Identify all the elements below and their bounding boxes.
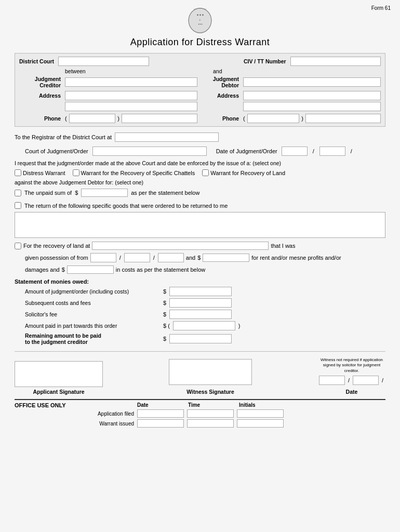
slash3: / <box>119 255 121 261</box>
office-warrant-issued-row: Warrant issued <box>82 419 385 428</box>
registrar-input[interactable] <box>115 132 219 142</box>
svg-text:✦✦✦: ✦✦✦ <box>198 23 203 25</box>
land-row3: damages and $ in costs as per the statem… <box>15 264 385 275</box>
applicant-sig-label: Applicant Signature <box>15 389 103 395</box>
court-label: Court of Judgment/Order <box>25 148 88 154</box>
judgment-debtor-input[interactable] <box>243 77 381 87</box>
recovery-chattels-checkbox[interactable] <box>73 169 79 176</box>
statement-input-3[interactable] <box>169 310 232 319</box>
svg-text:✦✦✦: ✦✦✦ <box>196 14 204 17</box>
statement-label-2: Subsequent costs and fees <box>25 300 160 306</box>
between-label: between <box>19 68 197 74</box>
damages-text: damages and <box>25 267 60 273</box>
court-input[interactable] <box>92 147 207 156</box>
judgment-date-input1[interactable] <box>282 147 308 156</box>
slash4: / <box>153 255 155 261</box>
phone-paren-close-left: ) <box>117 115 119 122</box>
warrant-issued-date[interactable] <box>137 419 184 428</box>
civ-tt-label: CIV / TT Number <box>244 58 286 64</box>
unpaid-sum-after: as per the statement below <box>131 190 199 196</box>
return-goods-section: The return of the following specific goo… <box>15 201 385 238</box>
statement-input-4[interactable] <box>173 321 235 330</box>
recovery-chattels-option: Warrant for the Recovery of Specific Cha… <box>73 169 195 176</box>
address-right-label: Address <box>203 92 241 99</box>
request-text: I request that the judgment/order made a… <box>15 158 385 168</box>
debtor-address-input[interactable] <box>243 91 381 100</box>
creditor-phone-area[interactable] <box>69 114 116 123</box>
currency2: $ <box>197 255 201 261</box>
recovery-land-checkbox[interactable] <box>202 169 209 176</box>
return-goods-checkbox[interactable] <box>15 202 21 209</box>
recovery-land-label: Warrant for Recovery of Land <box>210 170 285 176</box>
damages-input[interactable] <box>67 265 114 274</box>
unpaid-sum-input[interactable] <box>81 189 128 197</box>
judgment-date-input2[interactable] <box>319 147 345 156</box>
land-row1: For the recovery of land at that I was <box>15 240 385 251</box>
possession-date3[interactable] <box>158 253 184 262</box>
judgment-debtor-label: JudgmentDebtor <box>203 76 241 88</box>
distress-warrant-option: Distress Warrant <box>15 169 65 176</box>
witness-block: Witness Signature <box>107 355 314 395</box>
statement-input-2[interactable] <box>169 298 232 308</box>
and-text: and <box>186 255 195 261</box>
creditor-address-input2[interactable] <box>65 102 197 111</box>
statement-row-4: Amount paid in part towards this order $… <box>15 321 385 330</box>
warrant-issued-time[interactable] <box>187 419 234 428</box>
witness-note: Witness not required if application sign… <box>318 357 385 374</box>
civ-tt-input[interactable] <box>290 57 381 66</box>
top-info-section: District Court CIV / TT Number between J… <box>15 53 385 127</box>
land-address-input[interactable] <box>92 242 269 250</box>
rent-amount-input[interactable] <box>203 254 249 262</box>
statement-prefix-1: $ <box>163 288 166 295</box>
creditor-phone-number[interactable] <box>122 114 197 123</box>
registrar-text: To the Registrar of the District Court a… <box>15 134 112 140</box>
registrar-row: To the Registrar of the District Court a… <box>15 130 385 144</box>
debtor-phone-number[interactable] <box>305 114 381 123</box>
creditor-address-input[interactable] <box>65 91 197 100</box>
date-block: Witness not required if application sign… <box>318 357 385 395</box>
statement-row-1: Amount of judgment/order (including cost… <box>15 287 385 296</box>
against-select-one: (select one) <box>115 179 143 185</box>
against-main-text: against the above Judgement Debtor for: <box>15 179 113 185</box>
rent-text: for rent and/or mesne profits and/or <box>251 255 341 261</box>
unpaid-currency: $ <box>75 190 78 196</box>
sig-date-input2[interactable] <box>353 376 379 385</box>
distress-warrant-checkbox[interactable] <box>15 169 21 176</box>
phone-right-label: Phone <box>203 115 241 122</box>
possession-date1[interactable] <box>90 253 116 262</box>
office-app-filed-row: Application filed <box>82 409 385 418</box>
app-filed-time[interactable] <box>187 409 234 418</box>
goods-textarea[interactable] <box>15 212 385 238</box>
statement-row-3: Solicitor's fee $ <box>15 310 385 319</box>
warrant-issued-initials[interactable] <box>237 419 284 428</box>
app-filed-date[interactable] <box>137 409 184 418</box>
sig-date-input1[interactable] <box>319 376 345 385</box>
warrant-issued-label: Warrant issued <box>82 421 134 427</box>
unpaid-sum-checkbox[interactable] <box>15 190 21 196</box>
court-date-row: Court of Judgment/Order Date of Judgment… <box>15 144 385 158</box>
page: Form 61 ✦✦✦ ⚜ ✦✦✦ Application for Distre… <box>0 0 400 532</box>
remaining-label: Remaining amount to be paidto the judgme… <box>25 332 160 345</box>
date-sig-row: / / <box>319 376 384 385</box>
return-goods-row: The return of the following specific goo… <box>15 201 385 210</box>
district-court-input[interactable] <box>58 57 149 66</box>
applicant-sig-block: Applicant Signature <box>15 361 103 395</box>
close-paren: ) <box>238 323 241 329</box>
applicant-sig-box[interactable] <box>15 361 103 387</box>
remaining-input[interactable] <box>169 334 232 343</box>
possession-date2[interactable] <box>124 253 150 262</box>
witness-sig-label: Witness Signature <box>186 389 234 395</box>
debtor-phone-area[interactable] <box>247 114 300 123</box>
office-time-col: Time <box>188 402 235 408</box>
statement-title: Statement of monies owed: <box>15 278 385 285</box>
phone-paren-open-right: ( <box>243 115 245 122</box>
against-text: against the above Judgement Debtor for: … <box>15 178 385 187</box>
debtor-address-input2[interactable] <box>243 102 381 111</box>
land-checkbox[interactable] <box>15 243 21 249</box>
form-number: Form 61 <box>371 5 391 11</box>
recovery-chattels-label: Warrant for the Recovery of Specific Cha… <box>81 170 195 176</box>
statement-input-1[interactable] <box>169 287 232 296</box>
app-filed-initials[interactable] <box>237 409 284 418</box>
judgment-creditor-input[interactable] <box>65 77 197 87</box>
witness-sig-box[interactable] <box>169 359 252 385</box>
